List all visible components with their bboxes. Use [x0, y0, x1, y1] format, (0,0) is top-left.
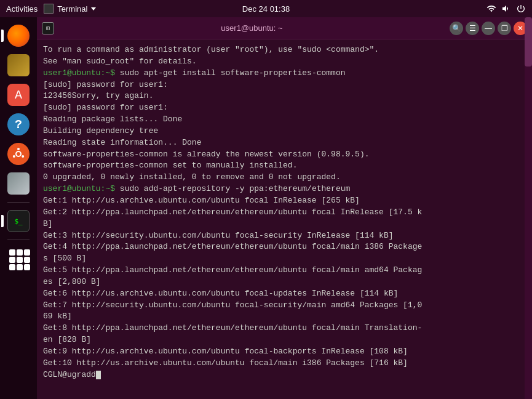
- terminal-line-18: Get:7 http://security.ubuntu.com/ubuntu …: [43, 300, 526, 323]
- terminal-line-1: user1@ubuntu:~$ sudo apt-get install sof…: [43, 68, 526, 79]
- svg-point-3: [13, 155, 15, 158]
- terminal-line-0: To run a command as administrator (user …: [43, 44, 526, 68]
- network-icon[interactable]: [486, 4, 496, 14]
- dock-item-appstore[interactable]: A: [5, 81, 32, 108]
- scrollbar-thumb[interactable]: [525, 17, 532, 66]
- terminal-cursor-line: CGLN@ugradd: [43, 369, 526, 381]
- svg-point-0: [16, 151, 21, 156]
- terminal-line-8: software-properties-common is already th…: [43, 149, 526, 161]
- minimize-button[interactable]: —: [482, 22, 495, 35]
- chevron-down-icon: [91, 7, 96, 10]
- dock-divider-2: [7, 240, 30, 240]
- terminal-menu[interactable]: Terminal: [44, 4, 96, 14]
- ubuntu-icon: [7, 143, 30, 165]
- terminal-menu-label: Terminal: [57, 4, 87, 14]
- scrollbar[interactable]: [525, 17, 532, 399]
- terminal-line-3: 123456Sorry, try again.: [43, 91, 526, 102]
- terminal-line-17: Get:6 http://us.archive.ubuntu.com/ubunt…: [43, 288, 526, 300]
- svg-point-1: [17, 148, 20, 150]
- terminal-line-19: Get:8 http://ppa.launchpad.net/ethereum/…: [43, 323, 526, 346]
- title-bar: ⊞ user1@ubuntu: ~ 🔍 ☰ — ❐ ✕: [37, 17, 532, 39]
- terminal-line-11: user1@ubuntu:~$ sudo add-apt-repository …: [43, 183, 526, 195]
- top-bar: Activities Terminal Dec 24 01:38: [0, 0, 532, 17]
- maximize-button[interactable]: ❐: [498, 22, 511, 35]
- appstore-icon: A: [7, 84, 30, 106]
- files-icon: [7, 54, 30, 76]
- terminal-line-20: Get:9 http://us.archive.ubuntu.com/ubunt…: [43, 346, 526, 358]
- search-button[interactable]: 🔍: [450, 22, 463, 35]
- terminal-line-2: [sudo] password for user1:: [43, 79, 526, 91]
- dock-item-grid[interactable]: [5, 245, 32, 272]
- archive-icon: [7, 172, 30, 195]
- terminal-line-21: Get:10 http://us.archive.ubuntu.com/ubun…: [43, 358, 526, 369]
- dock-item-help[interactable]: ?: [5, 111, 32, 138]
- terminal-dock-icon: $_: [7, 210, 30, 232]
- dock-item-firefox[interactable]: [5, 22, 32, 49]
- dock-item-terminal[interactable]: $_: [5, 208, 32, 235]
- firefox-icon: [7, 25, 30, 47]
- terminal-line-6: Building dependency tree: [43, 126, 526, 137]
- terminal-line-12: Get:1 http://us.archive.ubuntu.com/ubunt…: [43, 195, 526, 207]
- dock-item-ubuntu[interactable]: [5, 140, 32, 167]
- title-bar-left: ⊞: [42, 22, 54, 34]
- dock: A ? $_: [0, 17, 37, 399]
- terminal-line-4: [sudo] password for user1:: [43, 102, 526, 114]
- activities-button[interactable]: Activities: [6, 4, 38, 14]
- window-title: user1@ubuntu: ~: [59, 23, 445, 33]
- top-bar-left: Activities Terminal: [6, 4, 96, 14]
- terminal-cursor: [96, 371, 101, 379]
- menu-button[interactable]: ☰: [466, 22, 479, 35]
- dock-item-archive[interactable]: [5, 170, 32, 197]
- terminal-menu-icon: [44, 4, 54, 14]
- terminal-line-9: software-properties-common set to manual…: [43, 160, 526, 172]
- top-bar-right: [486, 4, 526, 14]
- terminal-line-16: Get:5 http://ppa.launchpad.net/ethereum/…: [43, 265, 526, 288]
- help-icon: ?: [7, 113, 30, 135]
- svg-point-2: [22, 155, 24, 158]
- power-icon[interactable]: [516, 4, 526, 14]
- terminal-line-14: Get:3 http://security.ubuntu.com/ubuntu …: [43, 230, 526, 242]
- terminal-title-icon: ⊞: [42, 22, 54, 34]
- terminal-content[interactable]: To run a command as administrator (user …: [37, 39, 532, 399]
- title-bar-buttons: 🔍 ☰ — ❐ ✕: [450, 22, 527, 35]
- terminal-line-13: Get:2 http://ppa.launchpad.net/ethereum/…: [43, 207, 526, 230]
- terminal-line-10: 0 upgraded, 0 newly installed, 0 to remo…: [43, 172, 526, 183]
- terminal-line-15: Get:4 http://ppa.launchpad.net/ethereum/…: [43, 241, 526, 265]
- sound-icon[interactable]: [501, 4, 511, 14]
- terminal-line-5: Reading package lists... Done: [43, 114, 526, 126]
- terminal-line-7: Reading state information... Done: [43, 137, 526, 149]
- terminal-window: ⊞ user1@ubuntu: ~ 🔍 ☰ — ❐ ✕ To run a com…: [37, 17, 532, 399]
- grid-icon: [7, 248, 30, 270]
- top-bar-datetime[interactable]: Dec 24 01:38: [242, 4, 290, 14]
- dock-divider: [7, 202, 30, 203]
- dock-item-files[interactable]: [5, 52, 32, 79]
